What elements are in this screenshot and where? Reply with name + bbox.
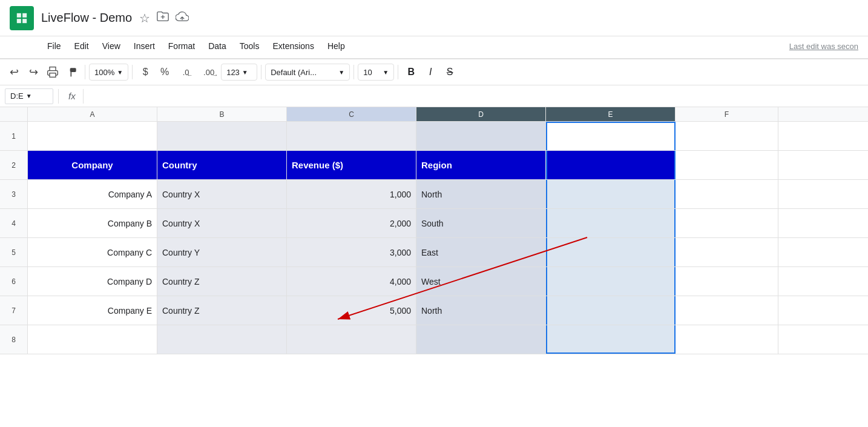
formula-bar: D:E ▼ fx <box>0 85 868 107</box>
folder-icon[interactable] <box>156 10 169 26</box>
cell-c3[interactable]: 1,000 <box>287 180 416 208</box>
undo-button[interactable]: ↩ <box>5 63 23 81</box>
cell-b6[interactable]: Country Z <box>157 267 287 296</box>
cell-e7[interactable] <box>546 296 676 325</box>
cell-e1[interactable] <box>546 122 676 150</box>
cell-a8[interactable] <box>28 325 157 354</box>
menu-format[interactable]: Format <box>162 39 201 53</box>
cell-f3[interactable] <box>676 180 778 208</box>
table-row: 5 Company C Country Y 3,000 East <box>0 238 868 267</box>
cell-f5[interactable] <box>676 238 778 266</box>
currency-button[interactable]: $ <box>136 63 154 81</box>
svg-rect-5 <box>50 73 56 78</box>
cell-b1[interactable] <box>157 122 287 150</box>
cell-e2[interactable] <box>546 151 676 179</box>
menu-extensions[interactable]: Extensions <box>266 39 320 53</box>
cell-f6[interactable] <box>676 267 778 296</box>
cell-d4[interactable]: South <box>416 209 546 237</box>
toolbar-divider-3 <box>261 65 261 79</box>
percent-button[interactable]: % <box>156 63 174 81</box>
cell-a2[interactable]: Company <box>28 151 157 179</box>
cloud-icon[interactable] <box>176 10 189 26</box>
menu-edit[interactable]: Edit <box>68 39 95 53</box>
cell-e6[interactable] <box>546 267 676 296</box>
cell-a1[interactable] <box>28 122 157 150</box>
zoom-value: 100% <box>94 68 114 77</box>
cell-b8[interactable] <box>157 325 287 354</box>
cell-b7[interactable]: Country Z <box>157 296 287 325</box>
cell-b2[interactable]: Country <box>157 151 287 179</box>
cell-e8[interactable] <box>546 325 676 354</box>
cell-f1[interactable] <box>676 122 778 150</box>
cell-e3[interactable] <box>546 180 676 208</box>
font-dropdown[interactable]: Default (Ari... ▼ <box>265 64 350 81</box>
decimal-decrease-button[interactable]: .0← <box>175 63 197 81</box>
star-icon[interactable]: ☆ <box>139 11 150 25</box>
menu-insert[interactable]: Insert <box>128 39 161 53</box>
cell-f4[interactable] <box>676 209 778 237</box>
formula-input[interactable] <box>86 91 863 101</box>
menu-help[interactable]: Help <box>321 39 351 53</box>
strikethrough-button[interactable]: S <box>441 63 459 81</box>
cell-c6[interactable]: 4,000 <box>287 267 416 296</box>
cell-a7[interactable]: Company E <box>28 296 157 325</box>
cell-f8[interactable] <box>676 325 778 354</box>
cell-a3[interactable]: Company A <box>28 180 157 208</box>
col-header-d[interactable]: D <box>416 107 546 121</box>
decimal-increase-button[interactable]: .00→ <box>198 63 220 81</box>
redo-button[interactable]: ↪ <box>24 63 42 81</box>
cell-c4[interactable]: 2,000 <box>287 209 416 237</box>
col-header-e[interactable]: E <box>546 107 676 121</box>
table-row: 6 Company D Country Z 4,000 West <box>0 267 868 296</box>
menu-data[interactable]: Data <box>202 39 232 53</box>
doc-title: LiveFlow - Demo <box>41 11 132 25</box>
row-num-1: 1 <box>0 122 28 150</box>
cell-c5[interactable]: 3,000 <box>287 238 416 266</box>
col-header-c[interactable]: C <box>287 107 416 121</box>
toolbar-divider-2 <box>132 65 133 79</box>
cell-f2[interactable] <box>676 151 778 179</box>
cell-d1[interactable] <box>416 122 546 150</box>
table-row: 4 Company B Country X 2,000 South <box>0 209 868 238</box>
menu-tools[interactable]: Tools <box>234 39 266 53</box>
number-format-dropdown[interactable]: 123 ▼ <box>221 64 257 81</box>
cell-c7[interactable]: 5,000 <box>287 296 416 325</box>
cell-d7[interactable]: North <box>416 296 546 325</box>
cell-d3[interactable]: North <box>416 180 546 208</box>
col-header-f[interactable]: F <box>676 107 778 121</box>
formula-input-divider <box>83 89 84 104</box>
format-paint-button[interactable] <box>63 63 81 81</box>
cell-a5[interactable]: Company C <box>28 238 157 266</box>
cell-a4[interactable]: Company B <box>28 209 157 237</box>
menu-view[interactable]: View <box>96 39 127 53</box>
svg-rect-3 <box>17 19 21 23</box>
cell-a6[interactable]: Company D <box>28 267 157 296</box>
cell-d5[interactable]: East <box>416 238 546 266</box>
col-header-b[interactable]: B <box>157 107 287 121</box>
bold-button[interactable]: B <box>402 63 420 81</box>
cell-d2[interactable]: Region <box>416 151 546 179</box>
menu-file[interactable]: File <box>41 39 67 53</box>
cell-e4[interactable] <box>546 209 676 237</box>
cell-c1[interactable] <box>287 122 416 150</box>
col-header-a[interactable]: A <box>28 107 157 121</box>
cell-b5[interactable]: Country Y <box>157 238 287 266</box>
print-button[interactable] <box>44 63 62 81</box>
cell-c2[interactable]: Revenue ($) <box>287 151 416 179</box>
font-size-dropdown[interactable]: 10 ▼ <box>358 64 394 81</box>
row-num-2: 2 <box>0 151 28 179</box>
cell-c8[interactable] <box>287 325 416 354</box>
cell-f7[interactable] <box>676 296 778 325</box>
zoom-chevron: ▼ <box>117 69 123 76</box>
last-edit-label: Last edit was secon <box>789 42 858 51</box>
cell-d6[interactable]: West <box>416 267 546 296</box>
zoom-dropdown[interactable]: 100% ▼ <box>89 64 128 81</box>
cell-b4[interactable]: Country X <box>157 209 287 237</box>
cell-b3[interactable]: Country X <box>157 180 287 208</box>
cell-e5[interactable] <box>546 238 676 266</box>
toolbar-divider-5 <box>398 65 398 79</box>
italic-button[interactable]: I <box>421 63 439 81</box>
cell-reference[interactable]: D:E ▼ <box>5 88 53 104</box>
font-chevron: ▼ <box>338 69 344 76</box>
cell-d8[interactable] <box>416 325 546 354</box>
